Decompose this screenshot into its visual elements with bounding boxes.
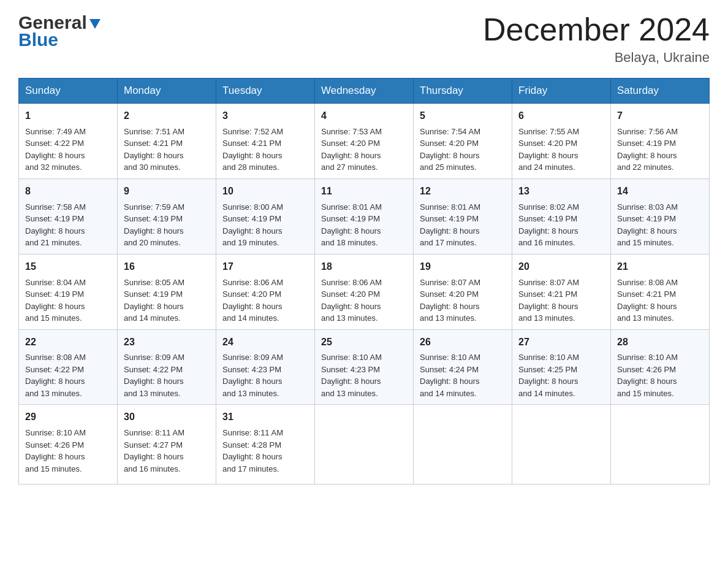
- table-row: [414, 405, 512, 484]
- header-row: Sunday Monday Tuesday Wednesday Thursday…: [19, 79, 710, 104]
- table-row: 6Sunrise: 7:55 AM Sunset: 4:20 PM Daylig…: [512, 104, 611, 179]
- calendar-table: Sunday Monday Tuesday Wednesday Thursday…: [18, 78, 710, 484]
- table-row: 8Sunrise: 7:58 AM Sunset: 4:19 PM Daylig…: [19, 178, 118, 254]
- table-row: 13Sunrise: 8:02 AM Sunset: 4:19 PM Dayli…: [512, 178, 611, 254]
- col-monday: Monday: [118, 79, 216, 104]
- table-row: 17Sunrise: 8:06 AM Sunset: 4:20 PM Dayli…: [216, 254, 315, 329]
- table-row: 4Sunrise: 7:53 AM Sunset: 4:20 PM Daylig…: [315, 104, 414, 179]
- table-row: 28Sunrise: 8:10 AM Sunset: 4:26 PM Dayli…: [611, 329, 710, 405]
- table-row: 5Sunrise: 7:54 AM Sunset: 4:20 PM Daylig…: [414, 104, 512, 179]
- table-row: 1Sunrise: 7:49 AM Sunset: 4:22 PM Daylig…: [19, 104, 118, 179]
- page-header: General Blue December 2024 Belaya, Ukrai…: [18, 12, 710, 66]
- table-row: [512, 405, 611, 484]
- table-row: 25Sunrise: 8:10 AM Sunset: 4:23 PM Dayli…: [315, 329, 414, 405]
- month-title: December 2024: [483, 12, 710, 47]
- table-row: 29Sunrise: 8:10 AM Sunset: 4:26 PM Dayli…: [19, 405, 118, 484]
- table-row: 10Sunrise: 8:00 AM Sunset: 4:19 PM Dayli…: [216, 178, 315, 254]
- location: Belaya, Ukraine: [483, 50, 710, 66]
- table-row: 3Sunrise: 7:52 AM Sunset: 4:21 PM Daylig…: [216, 104, 315, 179]
- table-row: 23Sunrise: 8:09 AM Sunset: 4:22 PM Dayli…: [118, 329, 216, 405]
- col-thursday: Thursday: [414, 79, 512, 104]
- table-row: 18Sunrise: 8:06 AM Sunset: 4:20 PM Dayli…: [315, 254, 414, 329]
- table-row: 12Sunrise: 8:01 AM Sunset: 4:19 PM Dayli…: [414, 178, 512, 254]
- table-row: 15Sunrise: 8:04 AM Sunset: 4:19 PM Dayli…: [19, 254, 118, 329]
- table-row: [315, 405, 414, 484]
- title-section: December 2024 Belaya, Ukraine: [483, 12, 710, 66]
- table-row: 26Sunrise: 8:10 AM Sunset: 4:24 PM Dayli…: [414, 329, 512, 405]
- col-tuesday: Tuesday: [216, 79, 315, 104]
- logo: General Blue: [18, 12, 102, 50]
- col-wednesday: Wednesday: [315, 79, 414, 104]
- col-saturday: Saturday: [611, 79, 710, 104]
- logo-arrow-icon: [88, 17, 102, 30]
- table-row: 14Sunrise: 8:03 AM Sunset: 4:19 PM Dayli…: [611, 178, 710, 254]
- table-row: 27Sunrise: 8:10 AM Sunset: 4:25 PM Dayli…: [512, 329, 611, 405]
- table-row: 22Sunrise: 8:08 AM Sunset: 4:22 PM Dayli…: [19, 329, 118, 405]
- calendar-body: 1Sunrise: 7:49 AM Sunset: 4:22 PM Daylig…: [19, 104, 710, 484]
- calendar-header: Sunday Monday Tuesday Wednesday Thursday…: [19, 79, 710, 104]
- table-row: 16Sunrise: 8:05 AM Sunset: 4:19 PM Dayli…: [118, 254, 216, 329]
- table-row: 9Sunrise: 7:59 AM Sunset: 4:19 PM Daylig…: [118, 178, 216, 254]
- table-row: 11Sunrise: 8:01 AM Sunset: 4:19 PM Dayli…: [315, 178, 414, 254]
- table-row: 31Sunrise: 8:11 AM Sunset: 4:28 PM Dayli…: [216, 405, 315, 484]
- col-sunday: Sunday: [19, 79, 118, 104]
- col-friday: Friday: [512, 79, 611, 104]
- table-row: 19Sunrise: 8:07 AM Sunset: 4:20 PM Dayli…: [414, 254, 512, 329]
- table-row: 20Sunrise: 8:07 AM Sunset: 4:21 PM Dayli…: [512, 254, 611, 329]
- table-row: 30Sunrise: 8:11 AM Sunset: 4:27 PM Dayli…: [118, 405, 216, 484]
- table-row: 21Sunrise: 8:08 AM Sunset: 4:21 PM Dayli…: [611, 254, 710, 329]
- logo-blue: Blue: [18, 29, 58, 50]
- table-row: 7Sunrise: 7:56 AM Sunset: 4:19 PM Daylig…: [611, 104, 710, 179]
- svg-marker-0: [89, 19, 100, 29]
- table-row: 2Sunrise: 7:51 AM Sunset: 4:21 PM Daylig…: [118, 104, 216, 179]
- table-row: 24Sunrise: 8:09 AM Sunset: 4:23 PM Dayli…: [216, 329, 315, 405]
- table-row: [611, 405, 710, 484]
